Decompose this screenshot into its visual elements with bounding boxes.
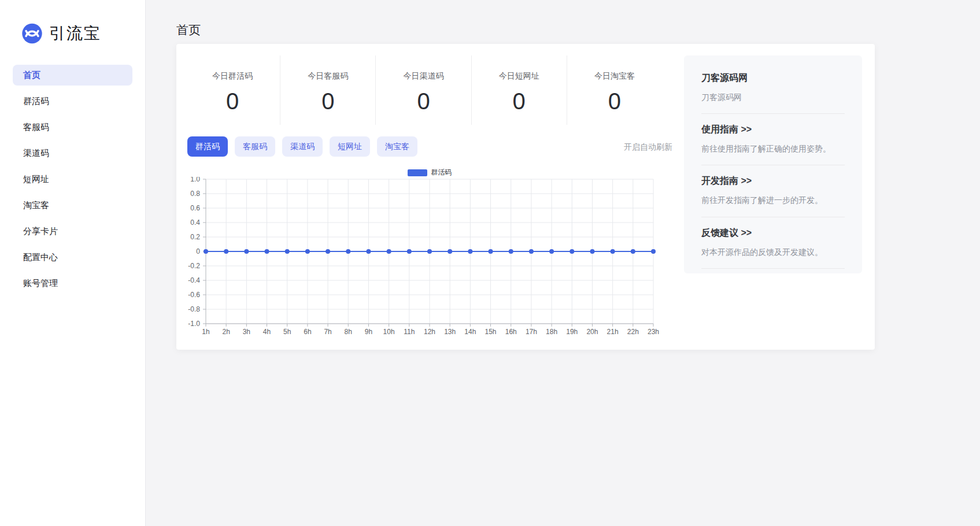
svg-text:3h: 3h — [243, 328, 250, 336]
dashboard-card: 今日群活码0今日客服码0今日渠道码0今日短网址0今日淘宝客0 群活码客服码渠道码… — [176, 44, 875, 350]
svg-text:-0.6: -0.6 — [188, 291, 200, 299]
stat-card-1: 今日客服码0 — [280, 55, 376, 125]
data-point — [224, 249, 228, 254]
data-point — [285, 249, 290, 254]
svg-text:20h: 20h — [586, 328, 598, 336]
svg-text:-0.8: -0.8 — [188, 305, 200, 313]
stat-card-0: 今日群活码0 — [185, 55, 280, 125]
data-point — [509, 249, 513, 254]
sidebar-item-3[interactable]: 渠道码 — [13, 143, 132, 164]
stat-label: 今日群活码 — [185, 71, 280, 82]
svg-text:11h: 11h — [404, 328, 415, 336]
svg-text:0.6: 0.6 — [190, 204, 200, 212]
stat-value: 0 — [280, 88, 375, 114]
svg-text:1.0: 1.0 — [190, 177, 200, 183]
stat-value: 0 — [376, 88, 471, 114]
sidebar-menu: 首页群活码客服码渠道码短网址淘宝客分享卡片配置中心账号管理 — [0, 65, 145, 294]
panel-section-title-0[interactable]: 刀客源码网 — [701, 72, 845, 84]
stat-label: 今日短网址 — [472, 71, 567, 82]
chart-legend-item[interactable]: 群活码 — [206, 168, 653, 177]
sidebar-item-4[interactable]: 短网址 — [13, 169, 132, 190]
tab-0[interactable]: 群活码 — [187, 136, 228, 157]
stat-label: 今日客服码 — [280, 71, 375, 82]
svg-text:12h: 12h — [424, 328, 435, 336]
svg-text:15h: 15h — [485, 328, 497, 336]
data-point — [529, 249, 534, 254]
data-point — [346, 249, 350, 254]
svg-text:0.4: 0.4 — [190, 218, 200, 227]
stat-label: 今日渠道码 — [376, 71, 471, 82]
svg-text:17h: 17h — [526, 328, 537, 336]
panel-section-1: 使用指南 >>前往使用指南了解正确的使用姿势。 — [701, 114, 845, 165]
data-point — [448, 249, 452, 254]
svg-text:21h: 21h — [607, 328, 619, 336]
data-point — [549, 249, 554, 254]
svg-text:5h: 5h — [283, 328, 291, 336]
legend-label: 群活码 — [431, 168, 452, 177]
panel-section-3: 反馈建议 >>对本开源作品的反馈及开发建议。 — [701, 217, 845, 269]
sidebar-item-2[interactable]: 客服码 — [13, 117, 132, 138]
svg-text:8h: 8h — [345, 328, 352, 336]
stat-label: 今日淘宝客 — [567, 71, 662, 82]
data-point — [407, 249, 412, 254]
sidebar-item-1[interactable]: 群活码 — [13, 91, 132, 112]
data-point — [326, 249, 330, 254]
app-title: 引流宝 — [49, 23, 101, 45]
line-chart: 1.00.80.60.40.20-0.2-0.4-0.6-0.8-1.01h2h… — [176, 177, 665, 342]
data-point — [651, 249, 656, 254]
data-point — [244, 249, 249, 254]
data-point — [366, 249, 371, 254]
svg-text:19h: 19h — [566, 328, 578, 336]
panel-section-desc-2: 前往开发指南了解进一步的开发。 — [701, 195, 845, 205]
sidebar-item-0[interactable]: 首页 — [13, 65, 132, 86]
data-point — [427, 249, 432, 254]
auto-refresh-toggle[interactable]: 开启自动刷新 — [624, 142, 672, 153]
data-point — [569, 249, 574, 254]
stat-card-2: 今日渠道码0 — [376, 55, 471, 125]
panel-section-desc-0: 刀客源码网 — [701, 92, 845, 102]
svg-text:13h: 13h — [444, 328, 456, 336]
main-content: 首页 今日群活码0今日客服码0今日渠道码0今日短网址0今日淘宝客0 群活码客服码… — [146, 0, 980, 526]
svg-text:4h: 4h — [263, 328, 271, 336]
sidebar-item-7[interactable]: 配置中心 — [13, 247, 132, 268]
sidebar-item-8[interactable]: 账号管理 — [13, 273, 132, 294]
panel-section-title-2[interactable]: 开发指南 >> — [701, 175, 845, 187]
svg-text:22h: 22h — [627, 328, 639, 336]
chart-tabs: 群活码客服码渠道码短网址淘宝客 — [187, 136, 417, 157]
svg-text:0.2: 0.2 — [190, 233, 200, 241]
legend-swatch — [408, 169, 427, 176]
data-point — [489, 249, 493, 254]
svg-text:2h: 2h — [223, 328, 230, 336]
stat-value: 0 — [185, 88, 280, 114]
panel-section-desc-3: 对本开源作品的反馈及开发建议。 — [701, 247, 845, 257]
stat-value: 0 — [567, 88, 662, 114]
tab-1[interactable]: 客服码 — [235, 136, 275, 157]
svg-text:0: 0 — [196, 247, 200, 255]
svg-text:16h: 16h — [505, 328, 517, 336]
svg-text:0.8: 0.8 — [190, 190, 200, 198]
svg-text:9h: 9h — [365, 328, 372, 336]
stat-card-3: 今日短网址0 — [472, 55, 567, 125]
data-point — [387, 249, 391, 254]
svg-text:10h: 10h — [383, 328, 395, 336]
sidebar-item-5[interactable]: 淘宝客 — [13, 195, 132, 216]
svg-text:-0.2: -0.2 — [188, 262, 200, 270]
stat-card-4: 今日淘宝客0 — [567, 55, 662, 125]
data-point — [468, 249, 472, 254]
svg-text:23h: 23h — [648, 328, 659, 336]
panel-section-0: 刀客源码网刀客源码网 — [701, 62, 845, 114]
data-point — [611, 249, 615, 254]
svg-text:1h: 1h — [202, 328, 209, 336]
tab-4[interactable]: 淘宝客 — [377, 136, 417, 157]
panel-section-title-1[interactable]: 使用指南 >> — [701, 124, 845, 136]
line-chart-svg: 1.00.80.60.40.20-0.2-0.4-0.6-0.8-1.01h2h… — [176, 177, 665, 342]
tab-3[interactable]: 短网址 — [330, 136, 370, 157]
data-point — [305, 249, 310, 254]
panel-section-desc-1: 前往使用指南了解正确的使用姿势。 — [701, 143, 845, 154]
panel-section-title-3[interactable]: 反馈建议 >> — [701, 227, 845, 239]
sidebar-item-6[interactable]: 分享卡片 — [13, 221, 132, 242]
data-point — [631, 249, 635, 254]
tab-2[interactable]: 渠道码 — [282, 136, 323, 157]
svg-text:-0.4: -0.4 — [188, 276, 200, 284]
panel-section-2: 开发指南 >>前往开发指南了解进一步的开发。 — [701, 165, 845, 217]
